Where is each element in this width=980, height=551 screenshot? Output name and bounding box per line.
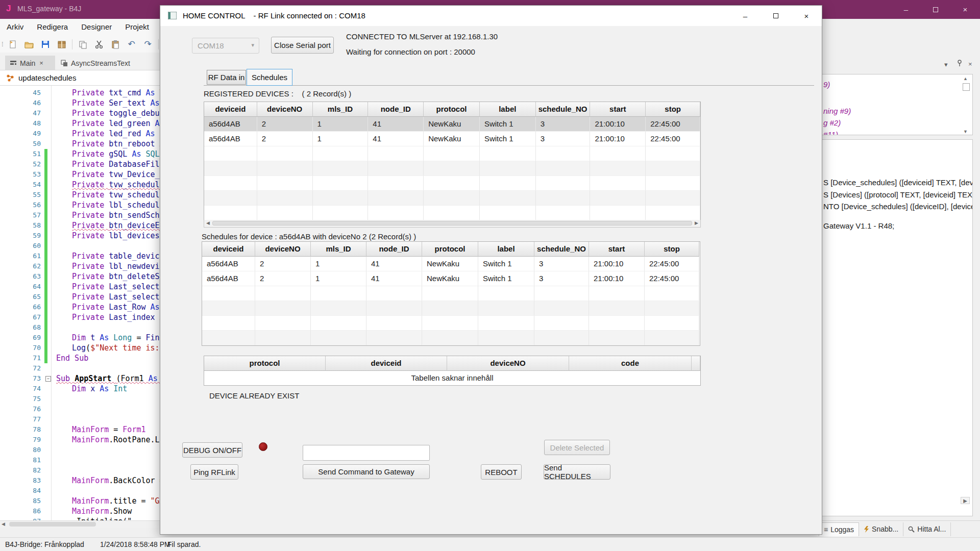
- new-file-button[interactable]: [6, 39, 19, 50]
- code-text: Private btn_deviceExi: [72, 220, 169, 231]
- redo-button[interactable]: ↷: [141, 39, 155, 50]
- tab-schedules[interactable]: Schedules: [247, 69, 292, 86]
- open-project-button[interactable]: [22, 39, 36, 50]
- scrollbar-thumb[interactable]: [963, 83, 970, 91]
- column-header[interactable]: schedule_NO: [534, 242, 589, 257]
- table-row[interactable]: a56d4AB2141NewKakuSwitch 1321:00:1022:45…: [202, 271, 700, 286]
- copy-button[interactable]: [76, 39, 89, 50]
- device-schedules-table[interactable]: deviceiddeviceNOmls_IDnode_IDprotocollab…: [202, 241, 700, 346]
- column-header[interactable]: deviceid: [204, 102, 257, 117]
- reboot-button[interactable]: REBOOT: [481, 464, 522, 480]
- ide-minimize-button[interactable]: –: [891, 0, 921, 19]
- tab-async-label: AsyncStreamsText: [71, 59, 130, 67]
- column-header[interactable]: schedule_NO: [536, 102, 591, 117]
- column-header[interactable]: protocol: [422, 242, 478, 257]
- table-empty-row[interactable]: [202, 316, 700, 331]
- menu-item-redigera[interactable]: Redigera: [30, 19, 75, 31]
- tab-hitta[interactable]: Hitta Al...: [903, 522, 951, 536]
- table-empty-row[interactable]: [202, 286, 700, 301]
- table-header-row: deviceiddeviceNOmls_IDnode_IDprotocollab…: [204, 102, 700, 117]
- logs-panel[interactable]: ▾ × 9)ning #9)g #2)#11) ▲ ▼ S [Device_sc…: [819, 19, 980, 537]
- column-header[interactable]: start: [590, 102, 646, 117]
- column-header[interactable]: deviceNO: [447, 356, 569, 371]
- com-port-select[interactable]: COM18 ▾: [192, 38, 259, 54]
- table-empty-row[interactable]: [202, 301, 700, 316]
- tab-snabb[interactable]: Snabb...: [859, 522, 903, 536]
- column-header[interactable]: stop: [646, 102, 700, 117]
- column-header[interactable]: deviceNO: [257, 102, 313, 117]
- column-header[interactable]: stop: [645, 242, 699, 257]
- cut-button[interactable]: [92, 39, 106, 50]
- table-empty-row[interactable]: [204, 191, 700, 206]
- tab-close-icon[interactable]: ×: [39, 59, 43, 67]
- debug-toggle-button[interactable]: DEBUG ON/OFF: [182, 442, 242, 458]
- panel-chevron-down-icon[interactable]: ▾: [944, 61, 948, 68]
- tab-loggas[interactable]: ≡ Loggas: [819, 522, 859, 536]
- delete-selected-button[interactable]: Delete Selected: [544, 440, 610, 455]
- column-header[interactable]: node_ID: [368, 102, 424, 117]
- tab-asyncstreamstext[interactable]: AsyncStreamsText: [56, 56, 147, 70]
- menu-item-designer[interactable]: Designer: [75, 19, 118, 31]
- column-header[interactable]: deviceNO: [255, 242, 311, 257]
- change-bar: [44, 343, 47, 353]
- dialog-titlebar[interactable]: HOME CONTROL - RF Link connected on : CO…: [160, 6, 822, 26]
- panel-close-icon[interactable]: ×: [968, 60, 972, 68]
- menu-item-projekt[interactable]: Projekt: [118, 19, 156, 31]
- table-cell: [255, 286, 311, 301]
- column-header[interactable]: protocol: [204, 356, 326, 371]
- table-empty-row[interactable]: [204, 176, 700, 191]
- ide-maximize-button[interactable]: [921, 0, 950, 19]
- registered-devices-table[interactable]: deviceiddeviceNOmls_IDnode_IDprotocollab…: [204, 102, 701, 221]
- codes-table[interactable]: protocoldeviceiddeviceNOcodeTabellen sak…: [204, 356, 701, 386]
- table-row[interactable]: a56d4AB2141NewKakuSwitch 1321:00:1022:45…: [202, 257, 700, 271]
- log-output-main[interactable]: S [Device_schedules] ([deviceid] TEXT, […: [819, 139, 973, 516]
- dialog-minimize-button[interactable]: –: [730, 6, 761, 26]
- column-header[interactable]: deviceid: [326, 356, 447, 371]
- column-header[interactable]: label: [478, 242, 534, 257]
- save-button[interactable]: [39, 39, 52, 50]
- package-button[interactable]: [55, 39, 68, 50]
- scrollbar-thumb[interactable]: [9, 522, 96, 527]
- undo-button[interactable]: ↶: [125, 39, 138, 50]
- tab-rf-data-in[interactable]: RF Data in: [207, 70, 246, 85]
- column-header[interactable]: protocol: [424, 102, 480, 117]
- column-header[interactable]: mls_ID: [313, 102, 369, 117]
- column-header[interactable]: start: [589, 242, 645, 257]
- dialog-close-button[interactable]: ×: [791, 6, 822, 26]
- send-schedules-button[interactable]: Send SCHEDULES: [544, 464, 610, 480]
- column-header[interactable]: label: [480, 102, 536, 117]
- line-number: 61: [0, 251, 41, 261]
- table-horizontal-scrollbar[interactable]: ◀ ▶: [204, 220, 701, 228]
- ping-rflink-button[interactable]: Ping RFLink: [190, 464, 238, 480]
- fold-collapse-icon[interactable]: −: [45, 376, 51, 382]
- scroll-right-icon[interactable]: ▶: [695, 220, 698, 226]
- scroll-left-icon[interactable]: ◀: [2, 521, 5, 527]
- send-command-button[interactable]: Send Command to Gateway: [303, 464, 430, 479]
- log-output-top[interactable]: 9)ning #9)g #2)#11) ▲ ▼: [819, 74, 973, 135]
- tab-main[interactable]: Main ×: [5, 56, 55, 70]
- dialog-maximize-button[interactable]: [761, 6, 791, 26]
- column-header[interactable]: code: [569, 356, 692, 371]
- toolbar-drag-handle[interactable]: ⁞: [2, 40, 3, 48]
- table-empty-row[interactable]: [202, 331, 700, 345]
- scrollbar-thumb[interactable]: [212, 221, 692, 226]
- table-empty-row[interactable]: [204, 206, 700, 220]
- column-header[interactable]: mls_ID: [311, 242, 366, 257]
- panel-pin-icon[interactable]: [957, 60, 963, 68]
- column-header[interactable]: deviceid: [202, 242, 255, 257]
- menu-item-arkiv[interactable]: Arkiv: [0, 19, 30, 31]
- column-header[interactable]: node_ID: [366, 242, 422, 257]
- scroll-down-icon[interactable]: ▼: [963, 129, 968, 134]
- table-empty-row[interactable]: [204, 161, 700, 176]
- paste-button[interactable]: [109, 39, 122, 50]
- scroll-up-icon[interactable]: ▲: [963, 76, 968, 81]
- log-vertical-scrollbar[interactable]: ▲ ▼: [962, 74, 971, 135]
- table-row[interactable]: a56d4AB2141NewKakuSwitch 1321:00:1022:45…: [204, 117, 700, 132]
- table-empty-row[interactable]: [204, 146, 700, 161]
- table-row[interactable]: a56d4AB2141NewKakuSwitch 1321:00:1022:45…: [204, 132, 700, 146]
- ide-close-button[interactable]: ×: [950, 0, 980, 19]
- close-serial-port-button[interactable]: Close Serial port: [271, 37, 334, 54]
- command-input[interactable]: [303, 445, 430, 461]
- scroll-right-icon[interactable]: ▶: [961, 497, 970, 504]
- scroll-left-icon[interactable]: ◀: [206, 220, 210, 226]
